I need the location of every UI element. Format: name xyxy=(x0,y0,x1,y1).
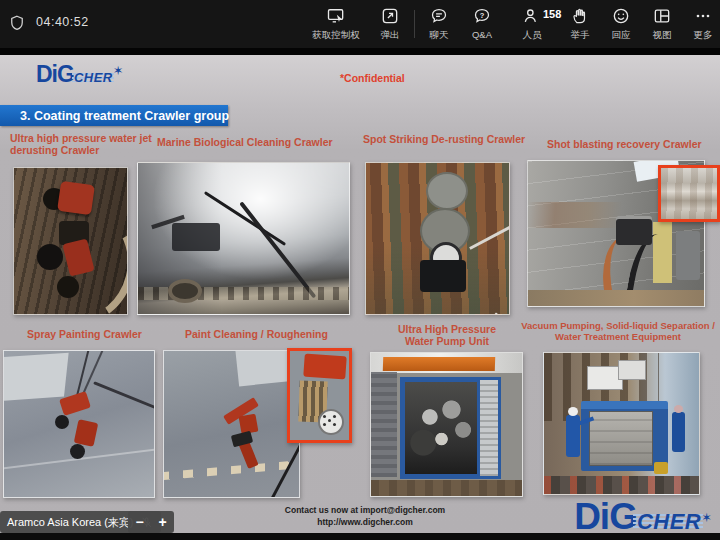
caption-spray-painting: Spray Painting Crawler xyxy=(27,328,177,340)
caption-paint-cleaning: Paint Cleaning / Roughening xyxy=(185,328,355,340)
qa-icon: ? xyxy=(472,5,492,27)
bottom-letterbox xyxy=(0,533,720,540)
digcher-logo-footer: DiGCHER✶ xyxy=(574,496,712,538)
popout-button[interactable]: 弹出 xyxy=(373,5,407,42)
spray-mist xyxy=(138,163,349,291)
worker-figure xyxy=(566,415,580,457)
participants-icon: 158 xyxy=(522,5,542,27)
presenter-name: Aramco Asia Korea (来宾) xyxy=(7,515,134,530)
ellipsis-icon xyxy=(693,5,713,27)
logo-spray-star: ✶ xyxy=(701,510,712,525)
contact-block: Contact us now at import@digcher.com htt… xyxy=(240,504,490,529)
caption-spot-striking: Spot Striking De-rusting Crawler xyxy=(363,133,548,145)
react-button[interactable]: 回应 xyxy=(604,5,638,42)
caption-shot-blasting: Shot blasting recovery Crawler xyxy=(547,138,720,150)
view-button[interactable]: 视图 xyxy=(645,5,679,42)
photo-spot-striking-derusting-crawler xyxy=(365,162,510,315)
contact-email: Contact us now at import@digcher.com xyxy=(240,504,490,516)
photo-marine-biological-cleaning-crawler xyxy=(137,162,350,315)
worker-figure xyxy=(672,412,685,452)
monitor-cursor-icon xyxy=(326,5,346,27)
photo-water-jet-derusting-crawler xyxy=(13,167,128,315)
photo-vacuum-pumping-equipment xyxy=(543,352,700,495)
caption-water-jet-derusting: Ultra high pressure water jet derusting … xyxy=(10,132,160,156)
shared-screen-slide: DiGCHER✶ *Confidential 3. Coating treatm… xyxy=(0,55,720,533)
section-title-banner: 3. Coating treatment Crawler group xyxy=(0,105,228,126)
photo-paint-cleaning-roughening xyxy=(163,350,300,498)
raise-hand-button[interactable]: 举手 xyxy=(563,5,597,42)
participants-button[interactable]: 158 人员 xyxy=(508,5,556,42)
zoom-out-button[interactable]: − xyxy=(135,515,143,529)
highlight-callout-paint-cleaning xyxy=(287,348,352,443)
crawler-machine xyxy=(420,260,466,292)
meeting-toolbar: 04:40:52 获取控制权 弹出 聊天 ? Q&A xyxy=(0,0,720,48)
screen-zoom-controls: − + xyxy=(128,511,174,533)
crawler-machine xyxy=(172,223,220,251)
contact-website: http://www.digcher.com xyxy=(240,516,490,528)
caption-vacuum-pumping: Vacuum Pumping, Solid-liquid Separation … xyxy=(518,321,718,343)
crawler-machine xyxy=(57,180,95,214)
highlight-callout-shot-blasting xyxy=(658,165,720,222)
photo-spray-painting-crawler xyxy=(3,350,155,498)
section-title: 3. Coating treatment Crawler group xyxy=(0,109,229,123)
smiley-icon xyxy=(611,5,631,27)
chat-icon xyxy=(429,5,449,27)
request-control-button[interactable]: 获取控制权 xyxy=(306,5,366,42)
more-button[interactable]: 更多 xyxy=(686,5,720,42)
toolbar-shadow xyxy=(0,48,720,55)
crawler-machine xyxy=(616,219,652,245)
photo-water-pump-unit xyxy=(370,352,523,497)
meeting-timer: 04:40:52 xyxy=(36,15,89,29)
qa-button[interactable]: ? Q&A xyxy=(463,5,501,40)
caption-marine-cleaning: Marine Biological Cleaning Crawler xyxy=(157,136,357,148)
layout-icon xyxy=(652,5,672,27)
digcher-logo-header: DiGCHER✶ xyxy=(36,61,123,88)
logo-spray-star: ✶ xyxy=(113,63,124,78)
raise-hand-icon xyxy=(570,5,590,27)
popout-icon xyxy=(380,5,400,27)
confidential-watermark: *Confidential xyxy=(340,72,405,84)
privacy-shield-icon[interactable] xyxy=(8,14,26,32)
zoom-in-button[interactable]: + xyxy=(158,515,166,529)
chat-button[interactable]: 聊天 xyxy=(422,5,456,42)
toolbar-divider xyxy=(414,10,415,38)
participants-count: 158 xyxy=(543,8,561,20)
caption-water-pump-unit: Ultra High Pressure Water Pump Unit xyxy=(388,323,506,347)
svg-text:?: ? xyxy=(480,11,485,20)
